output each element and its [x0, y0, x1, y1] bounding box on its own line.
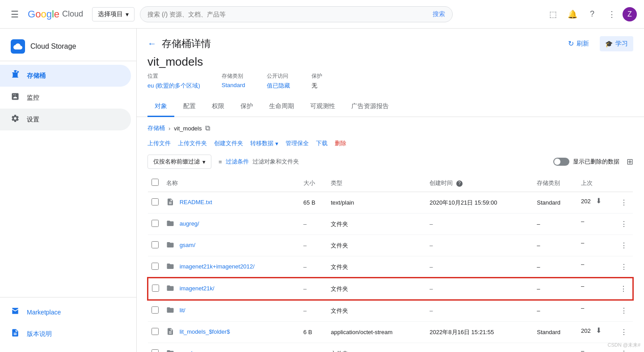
row-select-checkbox[interactable] — [152, 306, 159, 314]
row-checkbox — [148, 235, 163, 256]
tab-observability[interactable]: 可观测性 — [303, 97, 342, 117]
action-bar: 上传文件 上传文件夹 创建文件夹 转移数据 ▾ 管理保全 下载 删除 — [147, 139, 633, 147]
file-link[interactable]: imagenet21k/ — [180, 285, 215, 292]
copy-icon[interactable]: ⧉ — [205, 124, 210, 132]
filter-prefix-button[interactable]: 仅按名称前缀过滤 ▾ — [147, 155, 211, 169]
upload-folder-button[interactable]: 上传文件夹 — [178, 139, 207, 147]
row-download-button[interactable]: ⬇ — [596, 327, 602, 334]
select-all-checkbox[interactable] — [152, 179, 159, 186]
row-type-cell: 文件夹 — [327, 256, 426, 278]
tab-permissions[interactable]: 权限 — [205, 97, 232, 117]
file-link[interactable]: imagenet21k+imagenet2012/ — [180, 263, 255, 270]
search-input[interactable] — [147, 11, 429, 18]
sidebar-item-monitoring[interactable]: 监控 — [0, 87, 131, 109]
row-last-cell: – ⋮ — [577, 235, 633, 256]
row-checkbox — [148, 192, 163, 214]
learn-button[interactable]: 🎓 学习 — [600, 36, 633, 51]
row-more-button[interactable]: ⋮ — [619, 197, 629, 209]
delete-button[interactable]: 删除 — [335, 139, 346, 147]
transfer-data-button[interactable]: 转移数据 ▾ — [250, 139, 278, 147]
meta-protection: 保护 无 — [311, 72, 322, 90]
objects-content: 存储桶 › vit_models ⧉ 上传文件 上传文件夹 创建文件夹 转移数据… — [137, 117, 644, 352]
row-more-button[interactable]: ⋮ — [619, 305, 629, 317]
row-created-cell: – — [426, 235, 533, 256]
sidebar-item-buckets[interactable]: 存储桶 — [0, 65, 131, 87]
avatar[interactable]: Z — [623, 7, 637, 21]
menu-icon[interactable]: ☰ — [7, 5, 22, 23]
search-bar: 搜索 — [140, 6, 453, 22]
tab-ads[interactable]: 广告资源报告 — [344, 97, 396, 117]
file-link[interactable]: sam/ — [180, 350, 192, 352]
grid-view-icon[interactable]: ⊞ — [627, 157, 633, 167]
sidebar-item-settings[interactable]: 设置 — [0, 109, 131, 130]
tab-config[interactable]: 配置 — [176, 97, 203, 117]
notifications-icon-button[interactable]: 🔔 — [564, 5, 581, 23]
col-size: 大小 — [300, 174, 327, 192]
google-logo-text: Google — [28, 8, 59, 20]
table-row: gsam/ – 文件夹 – – – ⋮ — [148, 235, 633, 256]
row-type-cell: 文件夹 — [327, 300, 426, 322]
row-name-cell: gsam/ — [163, 235, 300, 256]
row-type-cell: 文件夹 — [327, 214, 426, 235]
file-link[interactable]: gsam/ — [180, 242, 195, 248]
row-created-cell: – — [426, 278, 533, 300]
document-icon — [166, 330, 174, 337]
row-select-checkbox[interactable] — [152, 349, 159, 352]
row-select-checkbox[interactable] — [152, 285, 159, 292]
row-last-cell: – ⋮ — [577, 214, 633, 235]
row-select-checkbox[interactable] — [152, 263, 159, 270]
tab-objects[interactable]: 对象 — [147, 97, 174, 117]
row-select-checkbox[interactable] — [152, 328, 159, 335]
back-button[interactable]: ← — [147, 38, 156, 49]
row-more-button[interactable]: ⋮ — [619, 239, 629, 251]
manage-protection-button[interactable]: 管理保全 — [286, 139, 309, 147]
row-download-button[interactable]: ⬇ — [596, 197, 602, 205]
row-last-cell: 202 ⬇ ⋮ — [577, 192, 633, 214]
more-options-icon-button[interactable]: ⋮ — [603, 5, 621, 23]
search-button[interactable]: 搜索 — [433, 10, 445, 18]
access-value: 值已隐藏 — [267, 82, 290, 90]
row-select-checkbox[interactable] — [152, 198, 159, 205]
filter-bar: 仅按名称前缀过滤 ▾ ≡ 过滤条件 过滤对象和文件夹 显示已删除的数据 ⊞ — [147, 155, 633, 169]
svg-rect-0 — [13, 73, 17, 77]
filter-input-placeholder[interactable]: 过滤对象和文件夹 — [253, 158, 299, 166]
row-storage-class-cell: – — [533, 214, 577, 235]
row-more-button[interactable]: ⋮ — [619, 326, 629, 338]
row-size-cell: 65 B — [300, 192, 327, 214]
file-link[interactable]: lit_models_$folder$ — [180, 328, 230, 335]
create-folder-button[interactable]: 创建文件夹 — [214, 139, 243, 147]
protection-value: 无 — [311, 82, 322, 90]
row-type-cell: text/plain — [327, 192, 426, 214]
file-link[interactable]: lit/ — [180, 307, 185, 314]
table-row: sam/ – 文件夹 – – – ⋮ — [148, 343, 633, 352]
row-checkbox — [148, 322, 163, 343]
tab-protection[interactable]: 保护 — [233, 97, 260, 117]
shell-icon-button[interactable]: ⬚ — [544, 5, 562, 23]
access-label: 公开访问 — [267, 72, 290, 80]
breadcrumb-current: vit_models — [174, 125, 202, 132]
folder-icon — [166, 265, 174, 272]
row-more-button[interactable]: ⋮ — [619, 218, 629, 230]
row-select-checkbox[interactable] — [152, 241, 159, 248]
file-link[interactable]: README.txt — [180, 199, 212, 205]
sidebar-item-label: Marketplace — [27, 309, 61, 316]
topnav: ☰ Google Cloud 选择项目 ▾ 搜索 ⬚ 🔔 ? ⋮ Z — [0, 0, 644, 29]
sidebar-item-label: 设置 — [27, 116, 39, 124]
table-row: imagenet21k/ – 文件夹 – – – ⋮ — [148, 278, 633, 300]
project-selector-button[interactable]: 选择项目 ▾ — [92, 7, 135, 21]
file-link[interactable]: augreg/ — [180, 220, 199, 227]
row-storage-class-cell: – — [533, 256, 577, 278]
refresh-button[interactable]: ↻ 刷新 — [563, 36, 594, 51]
row-select-checkbox[interactable] — [152, 220, 159, 227]
download-button[interactable]: 下载 — [316, 139, 328, 147]
deleted-data-toggle[interactable] — [553, 158, 569, 166]
breadcrumb-root[interactable]: 存储桶 — [147, 124, 165, 132]
help-icon-button[interactable]: ? — [583, 5, 601, 23]
sidebar-item-marketplace[interactable]: Marketplace — [0, 301, 131, 323]
filter-conditions[interactable]: ≡ 过滤条件 过滤对象和文件夹 — [219, 158, 299, 166]
upload-file-button[interactable]: 上传文件 — [147, 139, 171, 147]
tab-lifecycle[interactable]: 生命周期 — [262, 97, 301, 117]
row-more-button[interactable]: ⋮ — [619, 261, 629, 273]
sidebar-item-release-notes[interactable]: 版本说明 — [0, 323, 131, 345]
row-more-button[interactable]: ⋮ — [618, 283, 629, 295]
